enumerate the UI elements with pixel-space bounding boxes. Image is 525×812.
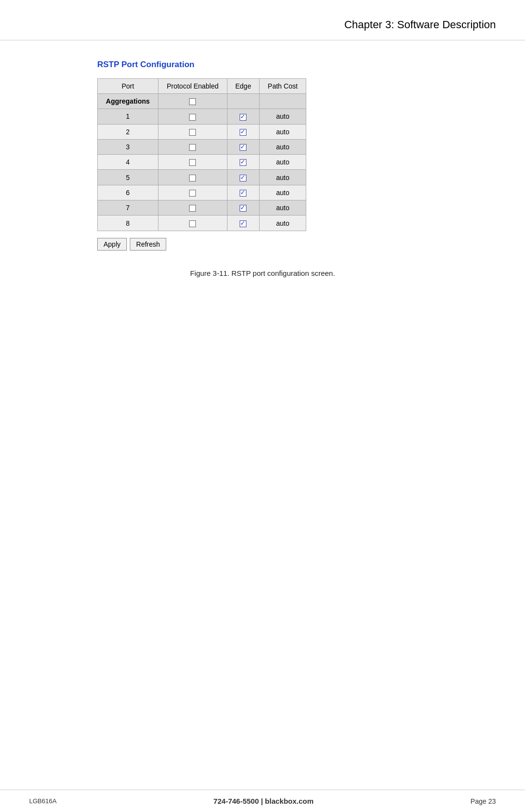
col-header-path-cost: Path Cost xyxy=(260,79,306,94)
table-row: 3 auto xyxy=(98,139,306,154)
path-cost-cell: auto xyxy=(260,200,306,216)
protocol-enabled-cell[interactable] xyxy=(158,200,227,216)
path-cost-cell: auto xyxy=(260,185,306,200)
table-row: 2 auto xyxy=(98,124,306,139)
port-cell: 4 xyxy=(98,155,158,170)
page-content: RSTP Port Configuration Port Protocol En… xyxy=(0,40,525,307)
col-header-port: Port xyxy=(98,79,158,94)
port-cell: 5 xyxy=(98,170,158,185)
path-cost-cell: auto xyxy=(260,124,306,139)
footer-model: LGB616A xyxy=(29,797,56,805)
protocol-enabled-checkbox[interactable] xyxy=(189,190,196,197)
edge-cell[interactable] xyxy=(227,185,260,200)
protocol-enabled-checkbox[interactable] xyxy=(189,129,196,136)
edge-checkbox[interactable] xyxy=(240,159,246,166)
table-row: Aggregations xyxy=(98,94,306,109)
button-row: Apply Refresh xyxy=(97,238,428,251)
edge-cell[interactable] xyxy=(227,155,260,170)
protocol-enabled-checkbox[interactable] xyxy=(189,114,196,121)
col-header-protocol-enabled: Protocol Enabled xyxy=(158,79,227,94)
refresh-button[interactable]: Refresh xyxy=(130,238,166,251)
protocol-enabled-checkbox[interactable] xyxy=(189,175,196,181)
edge-cell[interactable] xyxy=(227,139,260,154)
path-cost-cell: auto xyxy=(260,170,306,185)
edge-checkbox[interactable] xyxy=(240,220,246,227)
figure-caption: Figure 3-11. RSTP port configuration scr… xyxy=(97,269,428,277)
protocol-enabled-checkbox[interactable] xyxy=(189,205,196,212)
port-cell: Aggregations xyxy=(98,94,158,109)
port-cell: 1 xyxy=(98,109,158,124)
port-cell: 6 xyxy=(98,185,158,200)
port-cell: 8 xyxy=(98,216,158,231)
port-cell: 3 xyxy=(98,139,158,154)
col-header-edge: Edge xyxy=(227,79,260,94)
edge-checkbox[interactable] xyxy=(240,129,246,136)
port-cell: 7 xyxy=(98,200,158,216)
table-row: 8 auto xyxy=(98,216,306,231)
edge-cell[interactable] xyxy=(227,124,260,139)
port-cell: 2 xyxy=(98,124,158,139)
chapter-title: Chapter 3: Software Description xyxy=(344,18,496,31)
protocol-enabled-cell[interactable] xyxy=(158,155,227,170)
table-row: 7 auto xyxy=(98,200,306,216)
chapter-header: Chapter 3: Software Description xyxy=(0,0,525,40)
edge-checkbox[interactable] xyxy=(240,114,246,121)
protocol-enabled-cell[interactable] xyxy=(158,185,227,200)
edge-cell[interactable] xyxy=(227,170,260,185)
protocol-enabled-checkbox[interactable] xyxy=(189,144,196,151)
path-cost-cell: auto xyxy=(260,155,306,170)
table-row: 5 auto xyxy=(98,170,306,185)
path-cost-cell xyxy=(260,94,306,109)
edge-cell xyxy=(227,94,260,109)
apply-button[interactable]: Apply xyxy=(97,238,127,251)
table-row: 4 auto xyxy=(98,155,306,170)
protocol-enabled-cell[interactable] xyxy=(158,109,227,124)
protocol-enabled-checkbox[interactable] xyxy=(189,159,196,166)
edge-checkbox[interactable] xyxy=(240,144,246,151)
edge-checkbox[interactable] xyxy=(240,190,246,197)
protocol-enabled-cell[interactable] xyxy=(158,216,227,231)
edge-checkbox[interactable] xyxy=(240,175,246,181)
table-row: 6 auto xyxy=(98,185,306,200)
section-title: RSTP Port Configuration xyxy=(97,60,428,70)
protocol-enabled-cell[interactable] xyxy=(158,94,227,109)
table-row: 1 auto xyxy=(98,109,306,124)
path-cost-cell: auto xyxy=(260,139,306,154)
edge-cell[interactable] xyxy=(227,200,260,216)
protocol-enabled-checkbox[interactable] xyxy=(189,98,196,105)
protocol-enabled-cell[interactable] xyxy=(158,170,227,185)
edge-checkbox[interactable] xyxy=(240,205,246,212)
protocol-enabled-cell[interactable] xyxy=(158,139,227,154)
rstp-config-table: Port Protocol Enabled Edge Path Cost Agg… xyxy=(97,78,306,231)
edge-cell[interactable] xyxy=(227,109,260,124)
footer-page: Page 23 xyxy=(471,797,496,805)
protocol-enabled-cell[interactable] xyxy=(158,124,227,139)
path-cost-cell: auto xyxy=(260,216,306,231)
page-footer: LGB616A 724-746-5500 | blackbox.com Page… xyxy=(0,790,525,812)
protocol-enabled-checkbox[interactable] xyxy=(189,220,196,227)
edge-cell[interactable] xyxy=(227,216,260,231)
path-cost-cell: auto xyxy=(260,109,306,124)
footer-contact: 724-746-5500 | blackbox.com xyxy=(213,797,314,805)
